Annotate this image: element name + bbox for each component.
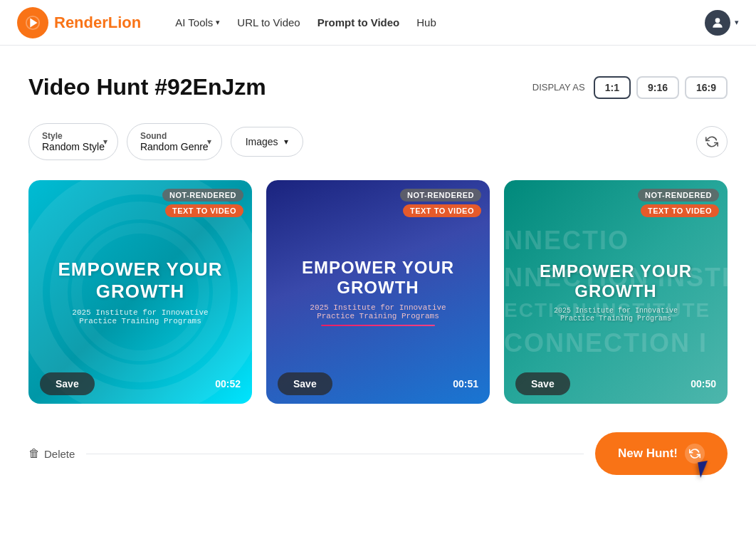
card-2-not-rendered-badge: NOT-RENDERED — [400, 189, 481, 202]
card-3-save-button[interactable]: Save — [515, 372, 570, 395]
card-2-title: EMPOWER YOUR GROWTH — [283, 258, 473, 298]
svg-point-2 — [715, 18, 720, 23]
nav-ai-tools[interactable]: AI Tools ▾ — [175, 16, 220, 28]
card-3-title: EMPOWER YOUR GROWTH — [521, 261, 710, 301]
card-2-text-to-video-badge: TEXT TO VIDEO — [403, 204, 481, 217]
card-2-bottom: Save 00:51 — [266, 364, 490, 404]
card-3-not-rendered-badge: NOT-RENDERED — [638, 189, 719, 202]
card-1-subtitle: 2025 Institute for InnovativePractice Tr… — [72, 308, 208, 325]
style-dropdown[interactable]: Style Random Style ▾ — [28, 123, 118, 160]
navbar: RenderLion AI Tools ▾ URL to Video Promp… — [0, 0, 756, 46]
refresh-button[interactable] — [696, 126, 728, 157]
card-2-duration: 00:51 — [453, 378, 478, 390]
card-2-subtitle: 2025 Institute for InnovativePractice Tr… — [310, 303, 446, 320]
card-3-bottom: Save 00:50 — [504, 364, 728, 404]
header-row: Video Hunt #92EnJzm DISPLAY AS 1:1 9:16 … — [28, 74, 728, 100]
user-avatar[interactable] — [705, 10, 730, 36]
ratio-9-16-button[interactable]: 9:16 — [636, 76, 679, 99]
sound-value: Random Genre — [140, 141, 209, 152]
video-card-2: EMPOWER YOUR GROWTH 2025 Institute for I… — [266, 180, 490, 404]
images-label: Images — [246, 136, 278, 147]
logo-icon — [17, 7, 48, 38]
svg-marker-0 — [30, 18, 37, 27]
card-1-duration: 00:52 — [215, 378, 241, 390]
nav-hub[interactable]: Hub — [416, 16, 436, 28]
divider-line — [86, 454, 584, 454]
avatar-caret-icon: ▾ — [735, 18, 739, 27]
card-1-bottom: Save 00:52 — [28, 364, 252, 404]
card-3-badges: NOT-RENDERED TEXT TO VIDEO — [638, 189, 719, 217]
sound-label: Sound — [140, 131, 209, 141]
sound-arrow-icon: ▾ — [207, 137, 211, 147]
style-label: Style — [42, 131, 105, 141]
new-hunt-button[interactable]: New Hunt! — [595, 432, 728, 475]
images-arrow-icon: ▾ — [284, 137, 288, 147]
card-2-badges: NOT-RENDERED TEXT TO VIDEO — [400, 189, 481, 217]
card-1-not-rendered-badge: NOT-RENDERED — [162, 189, 243, 202]
nav-url-to-video[interactable]: URL to Video — [237, 16, 300, 28]
style-value: Random Style — [42, 141, 105, 152]
main-content: Video Hunt #92EnJzm DISPLAY AS 1:1 9:16 … — [0, 46, 756, 492]
trash-icon: 🗑 — [28, 447, 40, 460]
sound-dropdown[interactable]: Sound Random Genre ▾ — [127, 123, 222, 160]
card-3-subtitle: 2025 Institute for InnovativePractice Tr… — [554, 307, 678, 323]
card-1-title: EMPOWER YOUR GROWTH — [46, 258, 235, 303]
video-card-3: NNECTIO NNECTION INSTITUTE ECTION INSTIT… — [504, 180, 728, 404]
nav-links: AI Tools ▾ URL to Video Prompt to Video … — [175, 16, 436, 28]
display-as-controls: DISPLAY AS 1:1 9:16 16:9 — [532, 76, 728, 99]
card-3-duration: 00:50 — [691, 378, 716, 390]
ratio-16-9-button[interactable]: 16:9 — [685, 76, 728, 99]
card-1-badges: NOT-RENDERED TEXT TO VIDEO — [162, 189, 243, 217]
card-3-text-to-video-badge: TEXT TO VIDEO — [641, 204, 719, 217]
delete-button[interactable]: 🗑 Delete — [28, 447, 75, 460]
logo[interactable]: RenderLion — [17, 7, 141, 38]
card-1-text-to-video-badge: TEXT TO VIDEO — [165, 204, 243, 217]
card-2-underline — [321, 325, 435, 326]
logo-text: RenderLion — [54, 14, 141, 32]
filter-row: Style Random Style ▾ Sound Random Genre … — [28, 123, 728, 160]
card-1-save-button[interactable]: Save — [40, 372, 95, 395]
ratio-1-1-button[interactable]: 1:1 — [594, 76, 631, 99]
new-hunt-refresh-icon — [685, 444, 705, 464]
ai-tools-arrow-icon: ▾ — [216, 18, 220, 27]
display-as-label: DISPLAY AS — [532, 82, 585, 93]
cards-grid: EMPOWER YOUR GROWTH 2025 Institute for I… — [28, 180, 728, 404]
card-2-save-button[interactable]: Save — [278, 372, 332, 395]
video-card-1: EMPOWER YOUR GROWTH 2025 Institute for I… — [28, 180, 252, 404]
nav-prompt-to-video[interactable]: Prompt to Video — [317, 16, 400, 28]
images-dropdown[interactable]: Images ▾ — [231, 127, 303, 157]
style-arrow-icon: ▾ — [103, 137, 107, 147]
bottom-row: 🗑 Delete New Hunt! — [28, 427, 728, 475]
page-title: Video Hunt #92EnJzm — [28, 74, 266, 100]
